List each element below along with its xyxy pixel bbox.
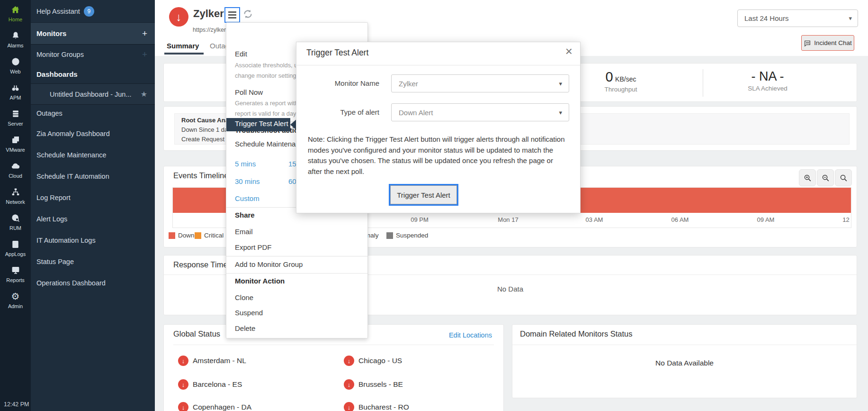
menu-item-delete[interactable]: Delete: [235, 323, 255, 334]
sidebar-item-zia-anomaly[interactable]: Zia Anomaly Dashboard: [31, 124, 155, 143]
page-title: Zylker: [193, 8, 224, 20]
sla-value: - NA -: [727, 69, 808, 84]
rail-item-network[interactable]: Network: [0, 183, 31, 209]
legend-down[interactable]: Down: [169, 232, 195, 239]
location-item[interactable]: ↓ Copenhagen - DA: [178, 402, 251, 411]
no-data-available-text: No Data Available: [512, 359, 857, 367]
tab-summary[interactable]: Summary: [167, 42, 199, 50]
incident-chat-label: Incident Chat: [814, 39, 852, 46]
alert-type-label: Type of alert: [296, 108, 379, 116]
sidebar-item-log-report[interactable]: Log Report: [31, 188, 155, 207]
menu-item-5-mins[interactable]: 5 mins: [235, 159, 256, 169]
rail-item-server[interactable]: Server: [0, 104, 31, 130]
menu-item-schedule-maintenance[interactable]: Schedule Maintenan: [235, 139, 300, 149]
menu-item-poll-now-desc: Generates a report with: [235, 98, 298, 109]
home-icon: [10, 4, 20, 15]
trigger-test-alert-button[interactable]: Trigger Test Alert: [390, 185, 457, 204]
star-icon[interactable]: ★: [141, 90, 147, 99]
menu-item-email[interactable]: Email: [235, 227, 253, 237]
rail-item-applogs[interactable]: AppLogs: [0, 235, 31, 261]
bell-icon: [11, 30, 20, 41]
chevron-down-icon: ▾: [849, 15, 852, 22]
sidebar-item-untitled-dashboard[interactable]: Untitled Dashboard - Jun... ★: [31, 83, 155, 105]
rail-item-apm[interactable]: APM: [0, 78, 31, 104]
edit-locations-link[interactable]: Edit Locations: [449, 331, 492, 339]
menu-item-export-pdf[interactable]: Export PDF: [235, 242, 272, 253]
globe-icon: [11, 56, 20, 67]
add-monitor-icon[interactable]: +: [142, 28, 147, 39]
location-item[interactable]: ↓ Barcelona - ES: [178, 379, 242, 390]
menu-item-edit[interactable]: Edit: [235, 49, 247, 59]
dialog-title: Trigger Test Alert: [306, 48, 368, 58]
time-range-select[interactable]: Last 24 Hours ▾: [737, 9, 858, 27]
zoom-in-icon: [804, 174, 812, 182]
domain-monitors-card: Domain Related Monitors Status No Data A…: [512, 324, 857, 398]
down-status-icon: ↓: [178, 402, 188, 411]
magnifier-icon: [840, 174, 848, 182]
sidebar-item-monitor-groups[interactable]: Monitor Groups +: [31, 45, 155, 64]
vm-squares-icon: [11, 135, 20, 145]
menu-item-trigger-test-alert[interactable]: Trigger Test Alert: [226, 118, 290, 131]
alert-type-select[interactable]: Down Alert ▾: [391, 103, 569, 121]
reset-zoom-button[interactable]: [835, 169, 852, 186]
menu-item-add-to-monitor-group[interactable]: Add to Monitor Group: [235, 259, 303, 270]
location-item[interactable]: ↓ Chicago - US: [344, 356, 402, 366]
rail-item-reports[interactable]: Reports: [0, 261, 31, 287]
menu-item-monitor-action: Monitor Action: [235, 276, 285, 286]
location-item[interactable]: ↓ Bucharest - RO: [344, 402, 409, 411]
location-item[interactable]: ↓ Brussels - BE: [344, 379, 403, 390]
sidebar-item-status-page[interactable]: Status Page: [31, 252, 155, 271]
server-stack-icon: [11, 109, 20, 119]
sidebar-item-outages[interactable]: Outages: [31, 104, 155, 123]
close-icon[interactable]: ×: [565, 45, 573, 57]
down-status-icon: ↓: [178, 379, 188, 390]
rail-item-rum[interactable]: RUM: [0, 209, 31, 235]
throughput-label: Throughput: [578, 86, 663, 93]
legend-suspended[interactable]: Suspended: [386, 232, 428, 239]
rail-item-web[interactable]: Web: [0, 52, 31, 78]
menu-item-suspend[interactable]: Suspend: [235, 308, 263, 318]
rail-item-alarms[interactable]: Alarms: [0, 26, 31, 52]
sidebar-item-alert-logs[interactable]: Alert Logs: [31, 210, 155, 228]
divider: [512, 345, 857, 345]
menu-item-30-mins[interactable]: 30 mins: [235, 176, 260, 187]
menu-item-share[interactable]: Share: [235, 210, 255, 220]
sidebar-item-schedule-maintenance[interactable]: Schedule Maintenance: [31, 146, 155, 164]
zoom-in-button[interactable]: [799, 169, 816, 186]
chevron-down-icon: ▾: [559, 80, 562, 87]
axis-tick: 12 PM: [842, 216, 851, 223]
sidebar-item-operations-dashboard[interactable]: Operations Dashboard: [31, 274, 155, 292]
sla-label: SLA Achieved: [727, 85, 808, 92]
incident-chat-button[interactable]: Incident Chat: [801, 35, 854, 51]
rail-item-admin[interactable]: ⚙ Admin: [0, 287, 31, 313]
throughput-unit: KB/sec: [615, 75, 636, 83]
divider: [173, 345, 494, 345]
menu-item-poll-now[interactable]: Poll Now: [235, 87, 263, 98]
events-timeline-title: Events Timeline: [173, 171, 228, 180]
reports-board-icon: [11, 265, 20, 275]
monitor-actions-menu-button[interactable]: [224, 7, 240, 23]
legend-critical[interactable]: Critical: [195, 232, 224, 239]
rum-globe-magnifier-icon: [11, 213, 20, 223]
sidebar-item-monitors[interactable]: Monitors +: [31, 23, 155, 45]
menu-item-custom[interactable]: Custom: [235, 193, 260, 204]
sidebar-item-it-automation-logs[interactable]: IT Automation Logs: [31, 231, 155, 250]
rail-item-home[interactable]: Home: [0, 0, 31, 26]
menu-divider: [226, 273, 367, 274]
monitor-name-select[interactable]: Zylker ▾: [391, 74, 569, 92]
sidebar-item-dashboards[interactable]: Dashboards: [31, 64, 155, 83]
rail-item-cloud[interactable]: Cloud: [0, 156, 31, 183]
time-range-value: Last 24 Hours: [744, 14, 788, 22]
add-monitor-group-icon[interactable]: +: [142, 49, 147, 60]
sidebar-item-help-assistant[interactable]: Help Assistant 9: [31, 0, 155, 23]
refresh-icon[interactable]: [243, 9, 253, 21]
menu-item-edit-desc: change monitor settings: [235, 71, 299, 81]
location-item[interactable]: ↓ Amsterdam - NL: [178, 356, 246, 366]
menu-item-clone[interactable]: Clone: [235, 292, 253, 303]
response-time-title: Response Time: [173, 260, 228, 269]
legend-swatch: [386, 232, 393, 239]
zoom-out-button[interactable]: [817, 169, 834, 186]
sidebar-item-schedule-it-automation[interactable]: Schedule IT Automation: [31, 167, 155, 186]
gear-icon: ⚙: [11, 291, 20, 301]
rail-item-vmware[interactable]: VMware: [0, 130, 31, 156]
